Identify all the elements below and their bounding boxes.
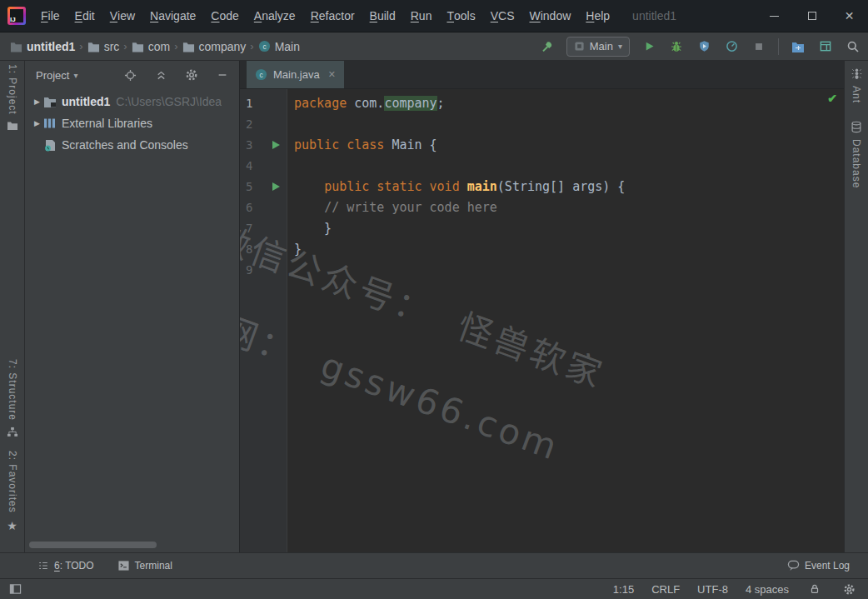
project-folder-icon bbox=[10, 41, 22, 52]
code-line: 3public class Main { bbox=[240, 135, 844, 156]
debug-button[interactable] bbox=[668, 38, 685, 55]
toolwindow-toggle-button[interactable] bbox=[7, 581, 23, 597]
open-folder-button[interactable] bbox=[790, 38, 806, 55]
sidebar-item-ant[interactable]: Ant bbox=[845, 67, 868, 103]
gear-icon bbox=[185, 68, 198, 82]
project-view-selector[interactable]: Project ▾ bbox=[36, 69, 78, 82]
stop-icon bbox=[753, 41, 765, 52]
code-line: 5 public static void main(String[] args)… bbox=[240, 177, 844, 197]
svg-text:c: c bbox=[259, 71, 262, 79]
line-number: 4 bbox=[246, 156, 252, 177]
menu-window[interactable]: Window bbox=[521, 0, 578, 32]
status-settings-button[interactable] bbox=[841, 581, 857, 597]
menu-tools[interactable]: Tools bbox=[439, 0, 482, 32]
structure-stripe-icon bbox=[7, 427, 18, 437]
profiler-button[interactable] bbox=[723, 38, 740, 55]
code-line: 1package com.company; bbox=[240, 93, 844, 114]
intellij-logo-icon: IJ bbox=[7, 7, 26, 25]
code-editor[interactable]: 1package com.company;23public class Main… bbox=[240, 89, 844, 552]
hammer-icon bbox=[541, 40, 554, 53]
project-toolwindow-header: Project ▾ bbox=[25, 61, 239, 89]
inspection-status-icon[interactable]: ✔ bbox=[827, 92, 837, 105]
expand-arrow-icon[interactable]: ▶ bbox=[31, 119, 43, 127]
event-log-label: Event Log bbox=[805, 560, 850, 572]
line-separator[interactable]: CRLF bbox=[651, 583, 680, 596]
tab-main-java[interactable]: c Main.java ✕ bbox=[247, 61, 344, 88]
collapse-all-button[interactable] bbox=[152, 67, 169, 83]
menu-code[interactable]: Code bbox=[203, 0, 246, 32]
sidebar-item-structure[interactable]: 7: Structure bbox=[0, 359, 24, 437]
build-button[interactable] bbox=[539, 38, 556, 55]
breadcrumb-com[interactable]: com bbox=[132, 40, 170, 53]
menu-run[interactable]: Run bbox=[403, 0, 440, 32]
event-log-button[interactable]: Event Log bbox=[787, 560, 850, 572]
tree-row-untitled1[interactable]: ▶ untitled1 C:\Users\GSRJ\Idea bbox=[25, 91, 239, 112]
menu-view[interactable]: View bbox=[102, 0, 142, 32]
hide-panel-button[interactable] bbox=[214, 67, 231, 83]
window-controls: ✕ bbox=[756, 0, 868, 32]
file-encoding[interactable]: UTF-8 bbox=[697, 583, 728, 596]
coverage-button[interactable] bbox=[696, 38, 712, 55]
structure-stripe-label: 7: Structure bbox=[7, 359, 18, 421]
menu-build[interactable]: Build bbox=[362, 0, 403, 32]
settings-button[interactable] bbox=[183, 67, 200, 83]
maximize-button[interactable] bbox=[793, 0, 831, 32]
terminal-button[interactable]: Terminal bbox=[117, 560, 172, 572]
menu-refactor[interactable]: Refactor bbox=[303, 0, 362, 32]
search-everywhere-button[interactable] bbox=[845, 38, 861, 55]
minimize-button[interactable] bbox=[756, 0, 793, 32]
menu-navigate[interactable]: Navigate bbox=[142, 0, 203, 32]
readonly-toggle-button[interactable] bbox=[806, 581, 823, 597]
menu-help[interactable]: Help bbox=[578, 0, 617, 32]
class-icon: c bbox=[255, 68, 267, 81]
line-number: 7 bbox=[246, 218, 252, 239]
breadcrumb-src[interactable]: src bbox=[87, 40, 120, 53]
menu-vcs[interactable]: VCS bbox=[483, 0, 522, 32]
indent-style[interactable]: 4 spaces bbox=[746, 583, 789, 596]
menubar: File Edit View Navigate Code Analyze Ref… bbox=[33, 0, 617, 32]
breadcrumb-project[interactable]: untitled1 bbox=[10, 40, 75, 53]
todo-button[interactable]: 6: TODO bbox=[37, 560, 94, 572]
breadcrumb-main[interactable]: c Main bbox=[258, 40, 300, 53]
sidebar-item-project[interactable]: 1: Project bbox=[0, 64, 24, 131]
sidebar-item-database[interactable]: Database bbox=[845, 121, 868, 188]
event-log-icon bbox=[787, 560, 800, 572]
sidebar-item-favorites[interactable]: 2: Favorites ★ bbox=[0, 451, 24, 532]
line-number: 6 bbox=[246, 197, 252, 218]
ant-icon bbox=[851, 67, 862, 80]
chevron-right-icon: › bbox=[122, 40, 128, 52]
menu-file[interactable]: File bbox=[33, 0, 67, 32]
bottom-toolwindow-bar: 6: TODO Terminal Event Log bbox=[0, 552, 868, 578]
tree-row-external-libraries[interactable]: ▶ External Libraries bbox=[25, 112, 239, 134]
crosshair-icon bbox=[124, 69, 137, 82]
tree-row-scratches[interactable]: Scratches and Consoles bbox=[25, 134, 239, 156]
menu-edit[interactable]: Edit bbox=[67, 0, 102, 32]
run-button[interactable] bbox=[641, 38, 657, 55]
horizontal-scrollbar[interactable] bbox=[29, 542, 157, 548]
run-config-select[interactable]: Main ▾ bbox=[566, 37, 630, 57]
close-icon: ✕ bbox=[845, 9, 855, 22]
run-config-label: Main bbox=[590, 40, 613, 52]
class-icon: c bbox=[258, 40, 271, 52]
window-title: untitled1 bbox=[632, 9, 676, 22]
menu-analyze[interactable]: Analyze bbox=[247, 0, 303, 32]
toolwindow-toggle-icon bbox=[9, 583, 22, 595]
run-gutter-icon[interactable] bbox=[272, 182, 280, 191]
close-button[interactable]: ✕ bbox=[831, 0, 868, 32]
tree-item-label: Scratches and Consoles bbox=[62, 138, 188, 152]
editor-pane: c Main.java ✕ 1package com.company;23pub… bbox=[240, 61, 844, 552]
tab-close-icon[interactable]: ✕ bbox=[328, 69, 336, 80]
chevron-right-icon: › bbox=[248, 40, 255, 52]
line-number: 9 bbox=[246, 260, 252, 281]
line-number: 8 bbox=[246, 239, 252, 260]
status-bar: 1:15 CRLF UTF-8 4 spaces bbox=[0, 578, 868, 599]
run-gutter-icon[interactable] bbox=[272, 141, 280, 149]
caret-position[interactable]: 1:15 bbox=[613, 583, 634, 596]
locate-file-button[interactable] bbox=[122, 67, 138, 83]
layout-button[interactable] bbox=[817, 38, 834, 55]
stop-button[interactable] bbox=[751, 38, 767, 55]
breadcrumb-company[interactable]: company bbox=[182, 40, 247, 53]
expand-arrow-icon[interactable]: ▶ bbox=[31, 97, 43, 106]
folder-icon bbox=[87, 41, 100, 52]
svg-text:c: c bbox=[262, 42, 266, 51]
